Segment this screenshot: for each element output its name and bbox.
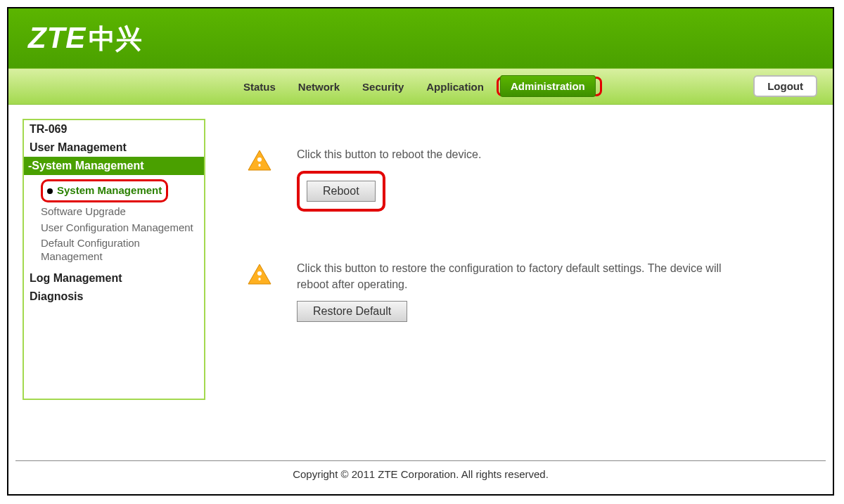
sidebar-item-diagnosis[interactable]: Diagnosis <box>24 287 204 306</box>
sidebar-subitem-software-upgrade[interactable]: Software Upgrade <box>41 204 204 220</box>
sidebar-item-log-management[interactable]: Log Management <box>24 269 204 287</box>
warning-icon <box>248 150 271 171</box>
svg-rect-5 <box>259 278 261 280</box>
app-window: ZTE中兴 Status Network Security Applicatio… <box>7 7 834 496</box>
restore-default-button[interactable]: Restore Default <box>297 301 407 322</box>
svg-rect-2 <box>259 164 261 167</box>
tab-status[interactable]: Status <box>234 77 286 97</box>
highlight-subitem-system-management: System Management <box>41 179 168 202</box>
header: ZTE中兴 <box>8 8 833 68</box>
sidebar: TR-069 User Management -System Managemen… <box>23 119 205 400</box>
brand-latin: ZTE <box>28 21 86 54</box>
sidebar-submenu: System Management Software Upgrade User … <box>24 175 204 269</box>
content-area: TR-069 User Management -System Managemen… <box>8 105 833 400</box>
brand-cn: 中兴 <box>89 24 142 53</box>
svg-point-1 <box>257 157 262 162</box>
highlight-tab-administration: Administration <box>497 77 602 96</box>
sidebar-subitem-default-config-mgmt[interactable]: Default Configuration Management <box>41 235 204 265</box>
sidebar-item-system-management[interactable]: -System Management <box>24 157 204 175</box>
brand-logo: ZTE中兴 <box>28 21 142 57</box>
main-panel: Click this button to reboot the device. … <box>205 119 833 400</box>
reboot-block: Click this button to reboot the device. … <box>248 147 805 212</box>
reboot-body: Click this button to reboot the device. … <box>297 147 481 212</box>
tab-application[interactable]: Application <box>416 77 494 97</box>
top-nav: Status Network Security Application Admi… <box>8 68 833 105</box>
svg-point-4 <box>257 271 262 276</box>
footer-text: Copyright © 2011 ZTE Corporation. All ri… <box>15 460 826 480</box>
sidebar-item-tr069[interactable]: TR-069 <box>24 120 204 138</box>
restore-body: Click this button to restore the configu… <box>297 261 733 322</box>
sidebar-subitem-system-management[interactable]: System Management <box>57 183 162 198</box>
highlight-reboot-button: Reboot <box>297 171 385 212</box>
sidebar-item-user-management[interactable]: User Management <box>24 138 204 157</box>
restore-text: Click this button to restore the configu… <box>297 261 733 292</box>
logout-button[interactable]: Logout <box>753 75 817 97</box>
sidebar-subitem-system-management-wrap: System Management <box>41 178 204 204</box>
bullet-icon <box>47 188 53 194</box>
reboot-text: Click this button to reboot the device. <box>297 147 481 162</box>
tab-network[interactable]: Network <box>288 77 350 97</box>
tab-security[interactable]: Security <box>352 77 414 97</box>
tab-administration[interactable]: Administration <box>500 75 596 97</box>
restore-block: Click this button to restore the configu… <box>248 261 805 322</box>
sidebar-subitem-user-config-mgmt[interactable]: User Configuration Management <box>41 220 204 236</box>
warning-icon <box>248 264 271 285</box>
reboot-button[interactable]: Reboot <box>307 181 376 202</box>
